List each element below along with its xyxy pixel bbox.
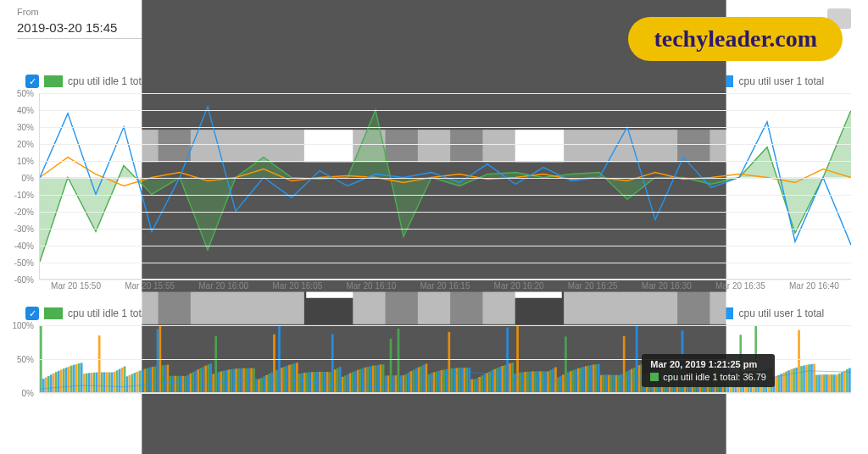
svg-rect-193 [496, 368, 498, 392]
main-chart[interactable]: 50%40%30%20%10%0%-10%-20%-30%-40%-50%-60… [7, 93, 851, 296]
overview-chart[interactable]: 100%50%0% Mar 20, 2019 1:21:25 pm cpu ut… [7, 325, 851, 410]
svg-rect-184 [473, 379, 476, 392]
svg-rect-176 [453, 368, 455, 392]
svg-rect-194 [498, 367, 501, 392]
svg-rect-98 [255, 379, 258, 392]
svg-rect-33 [91, 373, 93, 392]
svg-rect-314 [803, 365, 805, 392]
svg-rect-89 [232, 369, 235, 392]
svg-rect-62 [164, 365, 167, 392]
svg-rect-102 [265, 375, 268, 392]
svg-rect-315 [805, 365, 808, 392]
watermark: techyleader.com [628, 17, 843, 61]
y-axis: 100%50%0% [7, 325, 37, 393]
svg-rect-217 [557, 377, 559, 392]
svg-rect-75 [197, 369, 199, 392]
svg-rect-230 [590, 365, 593, 392]
svg-rect-38 [103, 372, 106, 392]
svg-rect-222 [570, 371, 572, 392]
svg-rect-212 [544, 372, 547, 392]
svg-rect-41 [111, 373, 114, 392]
svg-rect-321 [821, 374, 823, 392]
svg-rect-74 [194, 371, 197, 392]
svg-rect-114 [296, 363, 298, 392]
svg-rect-132 [342, 377, 344, 392]
svg-rect-14 [42, 379, 45, 392]
svg-rect-202 [519, 373, 521, 392]
plot-area[interactable]: Mar 20, 2019 1:21:25 pm cpu util idle 1 … [39, 325, 851, 393]
plot-area[interactable] [39, 93, 851, 280]
svg-rect-63 [167, 365, 170, 392]
svg-rect-39 [106, 372, 108, 392]
svg-rect-139 [359, 369, 362, 392]
svg-rect-247 [633, 368, 636, 392]
svg-rect-155 [400, 375, 403, 392]
svg-rect-167 [431, 374, 433, 392]
svg-rect-164 [423, 365, 426, 392]
svg-rect-214 [549, 370, 552, 392]
svg-rect-205 [526, 372, 529, 392]
svg-rect-35 [96, 373, 98, 392]
svg-rect-48 [129, 375, 131, 392]
svg-rect-158 [408, 373, 410, 392]
svg-rect-124 [321, 372, 324, 392]
svg-rect-182 [468, 368, 470, 392]
svg-rect-24 [68, 367, 70, 392]
svg-rect-163 [420, 366, 423, 392]
svg-rect-180 [463, 368, 465, 392]
svg-rect-112 [291, 364, 293, 392]
svg-rect-115 [298, 374, 301, 392]
svg-rect-76 [199, 368, 202, 392]
tooltip-swatch [650, 373, 659, 381]
svg-rect-172 [443, 369, 446, 392]
svg-rect-328 [838, 374, 841, 392]
svg-rect-206 [529, 372, 531, 392]
svg-rect-30 [83, 374, 86, 392]
svg-rect-187 [481, 375, 483, 392]
svg-rect-178 [458, 368, 460, 392]
svg-rect-170 [438, 371, 441, 392]
svg-rect-18 [53, 374, 55, 392]
svg-rect-145 [375, 365, 377, 392]
svg-rect-79 [207, 364, 209, 392]
svg-rect-26 [73, 365, 75, 392]
chart-tooltip: Mar 20, 2019 1:21:25 pm cpu util idle 1 … [642, 354, 775, 387]
svg-rect-68 [179, 376, 181, 392]
svg-rect-186 [478, 377, 481, 392]
svg-rect-329 [841, 372, 843, 392]
svg-rect-99 [258, 379, 260, 392]
svg-rect-311 [795, 368, 798, 392]
svg-rect-131 [339, 367, 342, 392]
svg-rect-195 [501, 366, 504, 392]
svg-rect-117 [303, 373, 306, 392]
svg-rect-88 [230, 369, 232, 392]
svg-rect-208 [534, 371, 537, 392]
svg-rect-156 [403, 375, 405, 392]
svg-rect-116 [301, 374, 303, 392]
svg-rect-134 [347, 374, 349, 392]
svg-rect-243 [623, 336, 626, 392]
svg-rect-245 [628, 370, 631, 392]
svg-rect-204 [524, 372, 526, 392]
svg-rect-160 [413, 370, 415, 392]
svg-rect-235 [603, 375, 605, 392]
svg-rect-80 [209, 363, 212, 392]
svg-rect-140 [362, 368, 364, 392]
svg-rect-57 [152, 367, 154, 392]
svg-rect-43 [116, 370, 119, 392]
svg-rect-147 [380, 364, 382, 392]
y-axis: 50%40%30%20%10%0%-10%-20%-30%-40%-50%-60… [7, 93, 37, 280]
svg-rect-323 [826, 374, 828, 392]
svg-rect-69 [181, 376, 184, 392]
svg-rect-185 [476, 379, 478, 392]
svg-rect-37 [101, 372, 103, 392]
svg-rect-45 [121, 368, 124, 392]
svg-rect-308 [787, 370, 790, 392]
svg-rect-312 [798, 330, 800, 392]
svg-rect-144 [372, 366, 375, 392]
svg-rect-224 [575, 369, 577, 392]
svg-rect-47 [126, 376, 129, 392]
svg-rect-228 [585, 366, 587, 392]
svg-rect-151 [390, 339, 392, 392]
svg-rect-53 [142, 370, 144, 392]
